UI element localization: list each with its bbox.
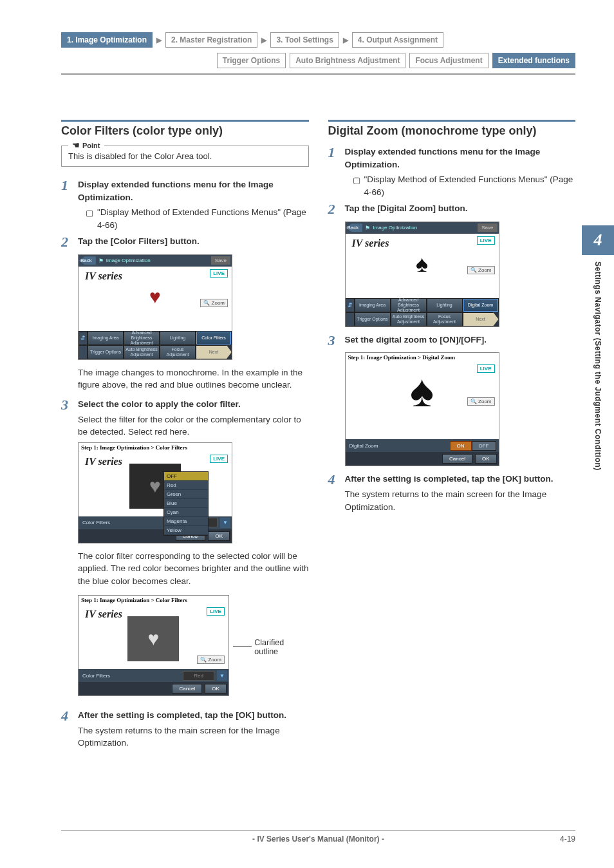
- opt-cyan[interactable]: Cyan: [164, 508, 208, 517]
- screen-title: Image Optimization: [373, 225, 478, 231]
- trigger-options-button[interactable]: Trigger Options: [88, 345, 124, 359]
- next-button[interactable]: Next: [463, 312, 499, 326]
- back-button[interactable]: Back: [346, 223, 363, 232]
- dz-step4-desc: The system returns to the main screen fo…: [345, 488, 576, 513]
- crumb-image-opt[interactable]: 1. Image Optimization: [61, 32, 153, 48]
- step-number-3: 3: [328, 334, 339, 349]
- page-footer: - IV Series User's Manual (Monitor) - 4-…: [61, 830, 575, 844]
- tab-auto-brightness[interactable]: Auto Brightness Adjustment: [290, 53, 405, 68]
- chevron-right-icon: ▶: [156, 36, 162, 44]
- spade-icon: ♠: [416, 250, 428, 278]
- dz-step4-lead: After the setting is completed, tap the …: [345, 473, 576, 486]
- live-badge: LIVE: [477, 236, 495, 245]
- focus-adjust-button[interactable]: Focus Adjustment: [427, 312, 463, 326]
- hand-point-icon: ☚: [72, 140, 80, 150]
- opt-off[interactable]: OFF: [164, 472, 208, 481]
- live-badge: LIVE: [477, 364, 495, 373]
- preview-image: ♥: [127, 616, 179, 661]
- digital-zoom-button[interactable]: Digital Zoom: [463, 298, 499, 312]
- screenshot-color-filter-applied: Step 1: Image Optimization > Color Filte…: [78, 595, 229, 696]
- tab-focus-adjust[interactable]: Focus Adjustment: [409, 53, 488, 68]
- imaging-area-button[interactable]: Imaging Area: [355, 298, 391, 312]
- back-button[interactable]: Back: [79, 256, 96, 265]
- ok-button[interactable]: OK: [475, 454, 497, 464]
- crumb-tool-settings[interactable]: 3. Tool Settings: [270, 32, 339, 48]
- live-badge: LIVE: [210, 269, 228, 278]
- zoom-button[interactable]: 🔍 Zoom: [467, 266, 495, 274]
- screen-breadcrumb: Step 1: Image Optimization > Color Filte…: [79, 596, 228, 605]
- chapter-side-tab: 4 Settings Navigator (Setting the Judgme…: [582, 225, 614, 471]
- step-number-2: 2: [61, 235, 71, 250]
- flag-icon: ⚑: [98, 258, 104, 264]
- spacer: [79, 345, 88, 359]
- dropdown-arrow-icon[interactable]: ▼: [220, 518, 230, 528]
- auto-brightness-button[interactable]: Auto Brightness Adjustment: [124, 345, 160, 359]
- color-filters-button[interactable]: Color Filters: [196, 331, 232, 345]
- zoom-button[interactable]: 🔍 Zoom: [197, 656, 225, 664]
- crumb-output-assign[interactable]: 4. Output Assignment: [352, 32, 443, 48]
- opt-green[interactable]: Green: [164, 490, 208, 499]
- adv-brightness-button[interactable]: Advanced Brightness Adjustment: [391, 298, 427, 312]
- crumb-master-reg[interactable]: 2. Master Registration: [165, 32, 257, 48]
- screenshot-digital-zoom-main: Back ⚑ Image Optimization Save IV series…: [345, 222, 499, 327]
- expand-handle[interactable]: ⇵: [346, 298, 355, 312]
- step3-result: The color filter corresponding to the se…: [78, 550, 309, 588]
- opt-blue[interactable]: Blue: [164, 499, 208, 508]
- screenshot-digital-zoom-toggle: Step 1: Image Optimization > Digital Zoo…: [345, 352, 499, 466]
- section-title-digital-zoom: Digital Zoom (monochrome type only): [328, 120, 576, 138]
- live-badge: LIVE: [207, 607, 225, 616]
- ok-button[interactable]: OK: [205, 684, 227, 693]
- step-number-1: 1: [61, 178, 71, 231]
- page-number: 4-19: [560, 835, 575, 844]
- save-button[interactable]: Save: [478, 223, 497, 232]
- heart-icon: ♥: [149, 286, 161, 308]
- zoom-button[interactable]: 🔍 Zoom: [200, 299, 228, 307]
- auto-brightness-button[interactable]: Auto Brightness Adjustment: [391, 312, 427, 326]
- step-number-4: 4: [328, 473, 339, 513]
- point-label-text: Point: [82, 142, 100, 149]
- sub-tabs: Trigger Options Auto Brightness Adjustme…: [61, 53, 575, 68]
- screen-title: Image Optimization: [106, 258, 211, 263]
- step-number-3: 3: [61, 398, 71, 439]
- chapter-number: 4: [582, 225, 614, 255]
- screen-breadcrumb: Step 1: Image Optimization > Color Filte…: [79, 443, 232, 452]
- adv-brightness-button[interactable]: Advanced Brightness Adjustment: [124, 331, 160, 345]
- col-color-filters: Color Filters (color type only) ☚ Point …: [61, 120, 309, 753]
- on-toggle[interactable]: ON: [450, 441, 472, 451]
- selected-value[interactable]: Red: [183, 671, 214, 681]
- dropdown-arrow-icon[interactable]: ▼: [217, 670, 227, 681]
- trigger-options-button[interactable]: Trigger Options: [355, 312, 391, 326]
- callout-clarified-outline: Clarified outline: [254, 638, 308, 656]
- chapter-title-vertical: Settings Navigator (Setting the Judgment…: [593, 255, 602, 471]
- tab-trigger-options[interactable]: Trigger Options: [217, 53, 286, 68]
- save-button[interactable]: Save: [211, 256, 230, 265]
- imaging-area-button[interactable]: Imaging Area: [88, 331, 124, 345]
- tab-extended-functions[interactable]: Extended functions: [492, 53, 575, 68]
- off-toggle[interactable]: OFF: [472, 441, 496, 451]
- screenshot-color-filters-main: Back ⚑ Image Optimization Save IV series…: [78, 254, 232, 360]
- color-dropdown[interactable]: OFF Red Green Blue Cyan Magenta Yellow: [163, 471, 209, 536]
- step4-desc: The system returns to the main screen fo…: [78, 724, 309, 750]
- ok-button[interactable]: OK: [208, 531, 230, 541]
- section-title-color-filters: Color Filters (color type only): [61, 120, 309, 138]
- live-badge: LIVE: [210, 455, 228, 463]
- lighting-button[interactable]: Lighting: [160, 331, 196, 345]
- expand-handle[interactable]: ⇵: [79, 331, 88, 345]
- opt-yellow[interactable]: Yellow: [164, 526, 208, 535]
- cancel-button[interactable]: Cancel: [442, 454, 472, 464]
- lighting-button[interactable]: Lighting: [427, 298, 463, 312]
- focus-adjust-button[interactable]: Focus Adjustment: [160, 345, 196, 359]
- dz-step1-lead: Display extended functions menu for the …: [345, 146, 576, 171]
- step-number-1: 1: [328, 146, 339, 198]
- iv-series-logo: IV series: [346, 234, 389, 249]
- point-callout: ☚ Point This is disabled for the Color A…: [61, 146, 309, 167]
- opt-magenta[interactable]: Magenta: [164, 517, 208, 526]
- point-text: This is disabled for the Color Area tool…: [68, 151, 212, 161]
- dz-step3-lead: Set the digital zoom to [ON]/[OFF].: [345, 334, 576, 346]
- zoom-button[interactable]: 🔍 Zoom: [467, 397, 495, 406]
- step2-desc: The image changes to monochrome. In the …: [78, 366, 309, 392]
- opt-red[interactable]: Red: [164, 481, 208, 490]
- next-button[interactable]: Next: [196, 345, 232, 359]
- cancel-button[interactable]: Cancel: [172, 684, 202, 693]
- step1-ref: "Display Method of Extended Functions Me…: [97, 206, 309, 231]
